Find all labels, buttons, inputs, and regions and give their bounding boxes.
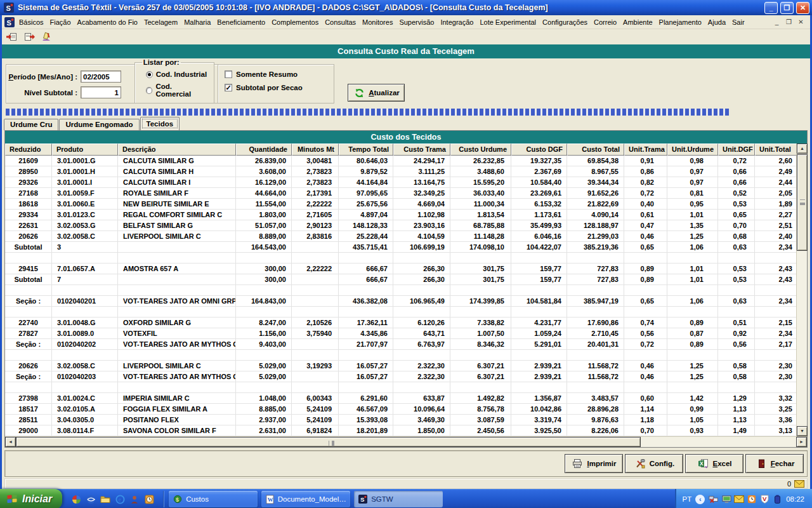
horizontal-scrollbar[interactable]: ◄ ► [5,436,807,447]
table-row[interactable] [5,382,796,393]
menu-item-tecelagem[interactable]: Tecelagem [141,17,181,28]
table-row[interactable]: 226313.02.0053.GBELFAST SIMILAR G51.057,… [5,220,796,231]
column-header-unit-dgf[interactable]: Unit.DGF [718,144,755,156]
table-row[interactable]: 271683.01.0059.FROYALE SIMILAR F44.664,0… [5,188,796,199]
table-row[interactable] [5,285,796,296]
menu-item-integra-o[interactable]: Integração [437,17,476,28]
table-row[interactable] [5,307,796,318]
tab-urdume-cru[interactable]: Urdume Cru [4,119,58,130]
tab-tecidos[interactable]: Tecidos [140,117,180,130]
table-row[interactable] [5,350,796,361]
scroll-down-button[interactable]: ▼ [797,426,808,436]
mdi-minimize-button[interactable]: _ [771,17,782,27]
menu-item-fia-o[interactable]: Fiação [47,17,74,28]
horizontal-scroll-track[interactable] [641,437,796,447]
nivel-subtotal-input[interactable] [81,86,121,98]
minimize-button[interactable]: _ [764,2,778,14]
table-row[interactable]: 285113.04.0305.0POSITANO FLEX2.937,005,2… [5,415,796,425]
menu-item-supervis-o[interactable]: Supervisão [396,17,437,28]
mdi-close-button[interactable]: ✕ [796,17,806,27]
menu-item-beneficiamento[interactable]: Beneficiamento [214,17,268,28]
radio-option-cod-comercial[interactable]: Cod. Comercial [146,83,209,98]
table-row[interactable]: 289503.01.0001.HCALCUTA SIMILAR H3.608,0… [5,166,796,177]
excel-button[interactable]: XExcel [685,454,743,473]
schedule-icon[interactable] [144,495,154,504]
battery-icon[interactable] [772,495,782,504]
menu-item-planejamento[interactable]: Planejamento [656,17,705,28]
scroll-right-button[interactable]: ► [796,437,807,447]
table-row[interactable]: Seção :0102040203VOT-TEARES JATO AR MYTH… [5,371,796,382]
vertical-scrollbar[interactable]: ▲ ▼ [796,144,807,436]
table-row[interactable]: 273983.01.0024.CIMPERIA SIMILAR C1.048,0… [5,393,796,404]
periodo-input[interactable] [81,70,121,83]
pinwheel-icon[interactable] [71,495,81,504]
task-button-sgtw[interactable]: SSGTW [354,491,443,507]
column-header-unit-total[interactable]: Unit.Total [755,144,799,156]
mail-icon[interactable] [794,479,804,488]
antivirus-icon[interactable]: V [759,495,769,504]
task-button-custos[interactable]: $Custos [169,491,258,507]
table-row[interactable]: 206263.02.0058.CLIVERPOOL SIMILAR C5.029… [5,361,796,371]
menu-item-configura-es[interactable]: Configurações [539,17,591,28]
import-document-icon[interactable] [6,30,18,43]
mail-icon[interactable] [734,495,744,504]
column-header-quantidade[interactable]: Quantidade [236,144,292,156]
table-row[interactable]: 206263.02.0058.CLIVERPOOL SIMILAR C8.889… [5,231,796,242]
monitor-icon[interactable] [721,495,731,504]
menu-item-acabamento-do-fio[interactable]: Acabamento do Fio [74,17,141,28]
column-header-reduzido[interactable]: Reduzido [5,144,52,156]
table-row[interactable]: Subtotal7300,00666,67266,30301,75159,777… [5,274,796,285]
imprimir-button[interactable]: Imprimir [565,454,623,473]
menu-item-consultas[interactable]: Consultas [322,17,359,28]
menu-item-lote-experimental[interactable]: Lote Experimental [476,17,539,28]
table-row[interactable] [5,253,796,264]
restore-button[interactable]: ❐ [780,2,794,14]
menu-item-ajuda[interactable]: Ajuda [705,17,729,28]
column-header-descri-o[interactable]: Descrição [118,144,236,156]
menu-item-sair[interactable]: Sair [729,17,748,28]
table-row[interactable]: 227403.01.0048.GOXFORD SIMILAR G8.247,00… [5,318,796,328]
table-row[interactable]: Seção :0102040201VOT-TEARES JATO AR OMNI… [5,296,796,307]
table-row[interactable]: Seção :0102040202VOT-TEARES JATO AR MYTH… [5,339,796,350]
table-row[interactable]: 186183.01.0060.ENEW BEIRUTE SIMILAR E11.… [5,199,796,210]
fechar-button[interactable]: Fechar [745,454,804,473]
ie-icon[interactable]: e [115,495,125,504]
column-header-custo-dgf[interactable]: Custo DGF [511,144,567,156]
column-header-tempo-total[interactable]: Tempo Total [339,144,393,156]
atualizar-button[interactable]: Atualizar [348,84,405,102]
user-icon[interactable] [129,495,140,504]
globe-icon[interactable] [86,495,96,504]
tray-chevron-icon[interactable]: ‹ [695,495,705,504]
mdi-restore-button[interactable]: ❐ [783,17,794,27]
table-row[interactable]: 293263.01.0001.ICALCUTA SIMILAR I16.129,… [5,177,796,188]
column-header-custo-trama[interactable]: Custo Trama [393,144,450,156]
column-header-custo-total[interactable]: Custo Total [567,144,624,156]
column-header-custo-urdume[interactable]: Custo Urdume [450,144,511,156]
horizontal-scroll-thumb[interactable] [16,437,641,447]
network-offline-icon[interactable] [709,495,719,504]
checkbox-option-somente-resumo[interactable]: Somente Resumo [225,70,334,78]
language-indicator[interactable]: PT [683,495,692,503]
menu-item-monitores[interactable]: Monitores [359,17,396,28]
table-row[interactable]: 216093.01.0001.GCALCUTA SIMILAR G26.839,… [5,156,796,166]
column-header-unit-urdume[interactable]: Unit.Urdume [667,144,718,156]
clock-icon[interactable] [747,495,757,504]
menu-item-malharia[interactable]: Malharia [181,17,214,28]
menu-item-correio[interactable]: Correio [591,17,620,28]
checkbox-option-subtotal-por-secao[interactable]: ✓Subtotal por Secao [225,84,334,91]
task-button-documento-modelag[interactable]: WDocumento_Modelag... [261,491,350,507]
column-header-minutos-mt[interactable]: Minutos Mt [292,144,339,156]
menu-item-ambiente[interactable]: Ambiente [620,17,655,28]
table-row[interactable]: 294157.01.0657.AAMOSTRA 657 A300,002,222… [5,264,796,274]
start-button[interactable]: Iniciar [0,489,62,508]
radio-option-cod-industrial[interactable]: Cod. Industrial [146,70,209,78]
table-row[interactable]: 185173.02.0105.AFOGGIA FLEX SIMILAR A8.8… [5,404,796,415]
column-header-unit-trama[interactable]: Unit.Trama [624,144,667,156]
scroll-up-button[interactable]: ▲ [797,144,808,154]
folder-icon[interactable] [100,495,110,504]
tab-urdume-engomado[interactable]: Urdume Engomado [59,119,139,130]
menu-item-b-sicos[interactable]: Básicos [16,17,47,28]
menu-item-complementos[interactable]: Complementos [268,17,322,28]
vertical-scroll-thumb[interactable] [797,154,808,251]
column-header-produto[interactable]: Produto [52,144,118,156]
